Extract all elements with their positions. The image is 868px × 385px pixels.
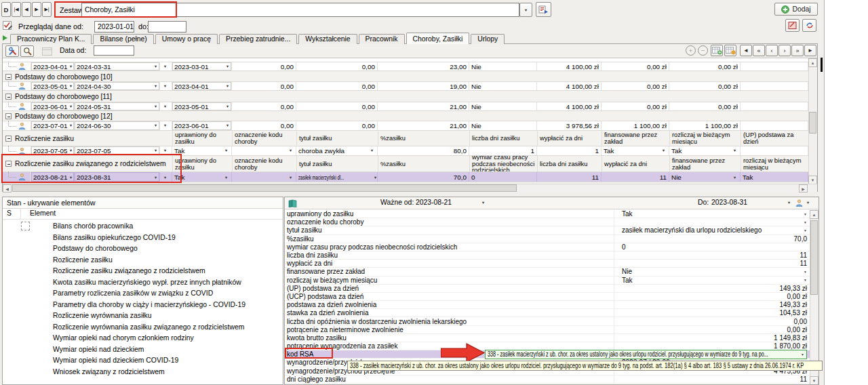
column-header[interactable]: uprawniony do zasiłku bbox=[172, 131, 232, 146]
grid-cell[interactable]: 3 978,56 zł bbox=[537, 121, 601, 130]
grid-cell[interactable]: Nie bbox=[469, 82, 537, 90]
detail-row[interactable]: %zasiłku70,0 bbox=[285, 235, 810, 243]
group-header-rozliczenie-rodzicielstwo[interactable]: Rozliczenie zasiłku związanego z rodzici… bbox=[3, 156, 808, 171]
grid-cell[interactable]: 1 100,00 zł bbox=[669, 121, 741, 130]
detail-row[interactable]: dni ciągłego zasiłku11 bbox=[285, 376, 810, 384]
nav-first-button[interactable]: |◀ bbox=[12, 2, 21, 17]
scroll-left-icon[interactable]: ◀ bbox=[3, 184, 12, 192]
chevron-down-icon[interactable] bbox=[153, 84, 159, 89]
chevron-down-icon[interactable] bbox=[162, 104, 168, 109]
chevron-down-icon[interactable] bbox=[153, 175, 159, 180]
date-from-cell[interactable]: 2023-08-21 bbox=[31, 172, 75, 182]
zestaw-dropdown-button[interactable] bbox=[519, 3, 532, 17]
edit-check-icon[interactable] bbox=[3, 21, 13, 31]
chevron-down-icon[interactable] bbox=[223, 148, 229, 153]
chevron-down-icon[interactable] bbox=[162, 148, 168, 153]
chevron-down-icon[interactable] bbox=[224, 104, 231, 109]
date-to-cell[interactable]: 2024-06-30 bbox=[75, 121, 160, 130]
list-item[interactable]: Parametry dla choroby w ciąży i macierzy… bbox=[3, 299, 283, 310]
scroll-up-icon[interactable]: ▲ bbox=[810, 210, 818, 219]
list-item[interactable]: Wymiar opieki nad dzieckiem bbox=[3, 344, 283, 355]
detail-row[interactable]: liczba dni opóźnienia w dostarczeniu zwo… bbox=[285, 317, 810, 325]
add-row-button[interactable] bbox=[711, 45, 723, 56]
grid-cell[interactable]: 0,00 bbox=[296, 102, 378, 110]
column-header[interactable]: %zasiłku bbox=[378, 131, 469, 146]
date-to-cell[interactable]: 2023-07-05 bbox=[75, 146, 160, 155]
row-expander-cell[interactable] bbox=[160, 62, 172, 70]
tab-umowy-o-prace[interactable]: Umowy o pracę bbox=[155, 34, 218, 44]
group-row-podstawy-10[interactable]: Podstawy do chorobowego [10] bbox=[3, 73, 808, 81]
chevron-down-icon[interactable] bbox=[68, 64, 74, 69]
chevron-down-icon[interactable] bbox=[732, 148, 738, 153]
column-header[interactable]: tytuł zasiłku bbox=[296, 131, 378, 146]
date-to-cell[interactable]: 2023-08-31 bbox=[75, 172, 160, 182]
column-header[interactable]: wypłacić za dni bbox=[601, 156, 669, 171]
grid-cell[interactable]: 4 100,00 zł bbox=[537, 82, 601, 90]
date-from-cell[interactable]: 2023-07-01 bbox=[31, 121, 75, 130]
tab-scroll-icon[interactable] bbox=[2, 35, 8, 41]
detail-row[interactable]: stawka za dzień zwolnienia104,53 zł bbox=[285, 309, 810, 317]
chevron-down-icon[interactable] bbox=[369, 148, 375, 153]
chevron-down-icon[interactable] bbox=[162, 123, 168, 128]
column-header[interactable]: oznaczenie kodu choroby bbox=[232, 131, 296, 146]
grid-cell[interactable]: 19,00 bbox=[378, 82, 469, 90]
grid-cell[interactable]: 0,00 bbox=[296, 62, 378, 70]
date-to-cell[interactable]: 2024-04-30 bbox=[75, 82, 160, 90]
grid-cell[interactable]: Tak bbox=[741, 172, 808, 182]
manage-sets-button[interactable] bbox=[536, 2, 551, 17]
zestaw-combobox[interactable]: Choroby, Zasiłki bbox=[81, 3, 519, 17]
chevron-down-icon[interactable] bbox=[480, 200, 486, 205]
chevron-down-icon[interactable] bbox=[68, 175, 74, 180]
grid-cell[interactable]: 0,00 bbox=[296, 82, 378, 90]
grid-cell[interactable]: Nie bbox=[469, 62, 537, 70]
grid-row[interactable]: 2023-04-01 2024-03-31 2023-03-01 0,00 0,… bbox=[3, 62, 808, 71]
chevron-down-icon[interactable] bbox=[68, 84, 74, 89]
column-element-header[interactable]: Element bbox=[30, 209, 56, 217]
scroll-down-icon[interactable]: ▼ bbox=[808, 176, 817, 184]
column-header[interactable]: finansowane przez zakład bbox=[601, 131, 669, 146]
page-prev-button[interactable]: ‹ bbox=[766, 45, 778, 56]
tab-pracownik[interactable]: Pracownik bbox=[359, 34, 405, 44]
chevron-down-icon[interactable] bbox=[372, 175, 378, 180]
column-header[interactable]: (UP) podstawa za dzień bbox=[741, 131, 808, 146]
page-next-button[interactable]: › bbox=[778, 45, 791, 56]
list-item[interactable]: Podstawy do chorobowego bbox=[3, 243, 283, 254]
grid-cell[interactable]: 1 bbox=[537, 146, 601, 155]
date-from-cell[interactable]: 2023-04-01 bbox=[31, 62, 75, 70]
column-header[interactable]: rozliczaj w bieżącym miesiącu bbox=[669, 131, 741, 146]
row-expander-cell[interactable] bbox=[160, 121, 172, 130]
grid-cell[interactable] bbox=[741, 82, 808, 90]
grid-vertical-scrollbar[interactable]: ▲ ▼ bbox=[808, 58, 817, 184]
chevron-down-icon[interactable] bbox=[223, 175, 229, 180]
grid-cell[interactable]: Tak bbox=[601, 146, 669, 155]
scroll-down-icon[interactable]: ▼ bbox=[810, 376, 818, 385]
column-header[interactable]: wymiar czasu pracy podczas nieobecności … bbox=[469, 156, 537, 171]
grid-cell[interactable]: 80,0 bbox=[378, 146, 469, 155]
grid-cell[interactable]: Tak bbox=[172, 146, 232, 155]
grid-cell[interactable]: Nie bbox=[669, 172, 741, 182]
date-cell[interactable]: 2023-04-01 bbox=[172, 82, 232, 90]
detail-row[interactable]: oznaczenie kodu choroby bbox=[285, 218, 810, 226]
grid-cell[interactable]: Nie bbox=[469, 121, 537, 130]
grid-cell[interactable]: 0,00 bbox=[232, 82, 296, 90]
record-indicator-button[interactable]: D bbox=[1, 2, 11, 17]
row-expander-cell[interactable] bbox=[160, 102, 172, 110]
column-s-header[interactable]: S bbox=[7, 209, 12, 217]
collapse-icon[interactable] bbox=[5, 136, 12, 142]
wazne-od-value[interactable]: 2023-08-21 bbox=[416, 199, 452, 206]
nav-prev-button[interactable]: ◀ bbox=[22, 2, 31, 17]
collapse-icon[interactable] bbox=[5, 113, 12, 119]
date-from-cell[interactable]: 2023-06-01 bbox=[31, 102, 75, 110]
chevron-down-icon[interactable] bbox=[153, 64, 159, 69]
column-header[interactable]: liczba dni zasiłku bbox=[537, 156, 601, 171]
row-expander-cell[interactable] bbox=[160, 172, 172, 182]
page-last-button[interactable]: ► bbox=[804, 45, 816, 56]
list-item[interactable]: Wymiar opieki nad dzieckiem COVID-19 bbox=[3, 354, 283, 366]
list-item[interactable]: Bilans chorób pracownika bbox=[3, 220, 283, 232]
column-header[interactable]: liczba dni zasiłku bbox=[469, 131, 537, 146]
chevron-down-icon[interactable] bbox=[224, 123, 231, 128]
search-button[interactable] bbox=[20, 45, 34, 57]
grid-cell[interactable]: 70,0 bbox=[378, 172, 469, 182]
do-value[interactable]: 2023-08-31 bbox=[711, 199, 747, 206]
tab-wyksztalcenie[interactable]: Wykształcenie bbox=[298, 34, 357, 44]
